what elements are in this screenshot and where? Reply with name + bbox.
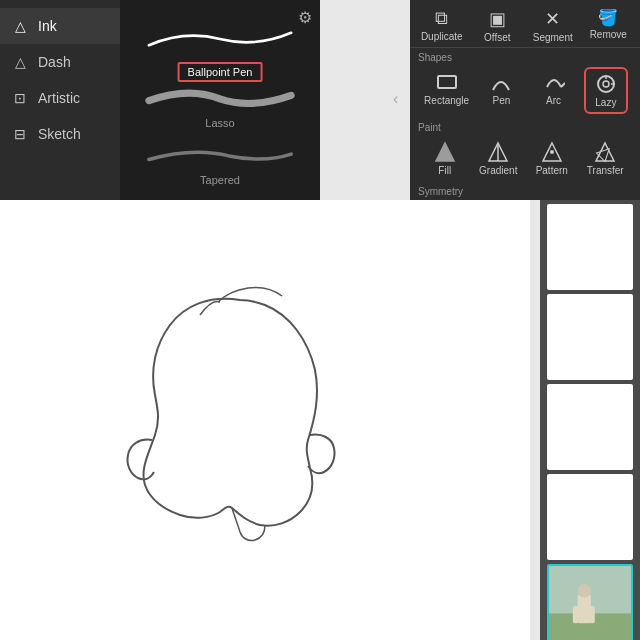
rectangle-button[interactable]: Rectangle — [422, 67, 471, 114]
offset-icon: ▣ — [489, 8, 506, 30]
paint-grid: Fill Gradient Pattern — [418, 137, 632, 180]
svg-marker-12 — [597, 145, 614, 162]
canvas-svg — [0, 200, 530, 640]
lasso-stroke[interactable] — [140, 83, 300, 113]
brush-category-list: △ Ink △ Dash ⊡ Artistic ⊟ Sketch — [0, 0, 120, 200]
ink-icon: △ — [10, 16, 30, 36]
svg-point-10 — [550, 150, 554, 154]
lazy-icon — [595, 73, 617, 95]
artistic-icon: ⊡ — [10, 88, 30, 108]
segment-button[interactable]: ✕ Segment — [531, 8, 575, 43]
lasso-label: Lasso — [140, 117, 300, 129]
paint-section: Paint Fill Gradient Pattern — [410, 120, 640, 184]
remove-button[interactable]: 🪣 Remove — [586, 8, 630, 43]
thumbnail-2[interactable] — [547, 294, 633, 380]
pattern-icon — [541, 141, 563, 163]
svg-point-17 — [578, 584, 591, 597]
tapered-label: Tapered — [140, 174, 300, 186]
svg-marker-6 — [436, 143, 454, 161]
thumbnail-4[interactable] — [547, 474, 633, 560]
arc-icon — [543, 71, 565, 93]
offset-button[interactable]: ▣ Offset — [475, 8, 519, 43]
svg-point-3 — [603, 81, 609, 87]
thumbnail-strip — [540, 200, 640, 640]
lazy-button[interactable]: Lazy — [584, 67, 628, 114]
brush-preview-area: ⚙ Ballpoint Pen Lasso Tapered — [120, 0, 320, 200]
rectangle-icon — [436, 71, 458, 93]
thumbnail-3[interactable] — [547, 384, 633, 470]
brush-options-panel: ⧉ Duplicate ▣ Offset ✕ Segment 🪣 Remove … — [410, 0, 640, 200]
svg-rect-19 — [589, 606, 595, 623]
arc-button[interactable]: Arc — [532, 67, 576, 114]
shapes-grid: Rectangle Pen Arc — [418, 67, 632, 114]
brush-category-ink[interactable]: △ Ink — [0, 8, 120, 44]
fill-button[interactable]: Fill — [423, 137, 467, 180]
gradient-button[interactable]: Gradient — [476, 137, 520, 180]
dash-icon: △ — [10, 52, 30, 72]
drawing-canvas[interactable] — [0, 200, 530, 640]
svg-rect-16 — [578, 595, 591, 624]
thumbnail-1[interactable] — [547, 204, 633, 290]
thumbnail-photo-content — [549, 564, 631, 640]
ballpoint-pen-label: Ballpoint Pen — [178, 62, 263, 82]
duplicate-icon: ⧉ — [435, 8, 448, 29]
remove-icon: 🪣 — [598, 8, 618, 27]
svg-line-1 — [561, 83, 565, 87]
pen-button[interactable]: Pen — [479, 67, 523, 114]
sketch-icon: ⊟ — [10, 124, 30, 144]
pattern-button[interactable]: Pattern — [530, 137, 574, 180]
transfer-button[interactable]: Transfer — [583, 137, 627, 180]
brush-category-artistic[interactable]: ⊡ Artistic — [0, 80, 120, 116]
tapered-stroke[interactable] — [140, 140, 300, 170]
left-nav-arrow[interactable]: ‹ — [393, 90, 398, 108]
svg-rect-18 — [573, 606, 579, 623]
paint-title: Paint — [418, 122, 632, 133]
gradient-icon — [487, 141, 509, 163]
brush-category-sketch[interactable]: ⊟ Sketch — [0, 116, 120, 152]
symmetry-label: Symmetry — [418, 186, 632, 197]
shapes-title: Shapes — [418, 52, 632, 63]
segment-icon: ✕ — [545, 8, 560, 30]
transfer-icon — [594, 141, 616, 163]
top-tools-row: ⧉ Duplicate ▣ Offset ✕ Segment 🪣 Remove — [410, 0, 640, 48]
brush-category-dash[interactable]: △ Dash — [0, 44, 120, 80]
brush-selector-panel: △ Ink △ Dash ⊡ Artistic ⊟ Sketch ⚙ Ballp… — [0, 0, 320, 200]
svg-rect-0 — [438, 76, 456, 88]
fill-icon — [434, 141, 456, 163]
pen-icon — [490, 71, 512, 93]
ballpoint-pen-stroke[interactable] — [140, 24, 300, 54]
duplicate-button[interactable]: ⧉ Duplicate — [420, 8, 464, 43]
thumbnail-5-active[interactable] — [547, 564, 633, 640]
shapes-section: Shapes Rectangle Pen Arc — [410, 48, 640, 120]
